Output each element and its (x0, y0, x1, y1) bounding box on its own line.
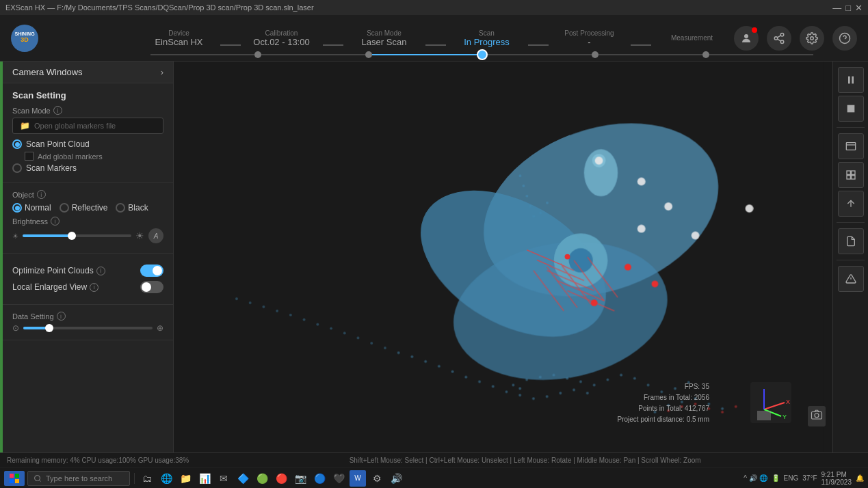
nav-step-measurement[interactable]: Measurement (651, 34, 733, 42)
svg-point-46 (505, 390, 508, 393)
scan-point-cloud-radio[interactable] (12, 139, 22, 149)
open-markers-btn[interactable]: 📁 Open global markers file (12, 118, 163, 134)
coord-indicator: X Y (750, 382, 791, 425)
stop-btn[interactable] (838, 96, 864, 122)
taskbar-icon-1[interactable]: 🗂 (139, 470, 155, 487)
object-info-icon[interactable]: i (37, 190, 46, 199)
controls-hint: Shift+Left Mouse: Select | Ctrl+Left Mou… (350, 457, 701, 464)
titlebar-controls[interactable]: — □ ✕ (832, 3, 863, 13)
svg-point-84 (356, 336, 359, 339)
taskbar-icon-13[interactable]: 🔊 (388, 470, 404, 487)
transform-btn[interactable] (838, 191, 864, 217)
scan-canvas (174, 62, 832, 452)
taskbar-icon-4[interactable]: 📊 (196, 470, 213, 487)
svg-point-90 (276, 310, 278, 312)
viewport[interactable]: Scanning (174, 62, 832, 452)
taskbar-exscan[interactable]: W (350, 470, 366, 487)
object-section: Object i Normal Reflective Black (3, 183, 173, 254)
normal-option[interactable]: Normal (12, 203, 51, 213)
settings-btn[interactable] (800, 26, 824, 51)
data-thumb[interactable] (45, 324, 53, 332)
data-track[interactable] (23, 327, 153, 329)
search-box[interactable]: Type here to search (27, 471, 130, 486)
brightness-info-icon[interactable]: i (51, 217, 60, 226)
local-enlarged-info-icon[interactable]: i (90, 283, 98, 292)
nav-steps: Device EinScan HX Calibration Oct.02 - 1… (137, 29, 734, 47)
add-global-markers-checkbox[interactable] (25, 152, 34, 161)
nav-step-device[interactable]: Device EinScan HX (138, 29, 220, 47)
start-btn[interactable] (4, 471, 25, 486)
svg-point-4 (780, 33, 784, 36)
svg-point-81 (735, 405, 737, 408)
close-btn[interactable]: ✕ (855, 3, 863, 13)
camera-windows-toggle[interactable]: Camera Windows › (3, 62, 173, 83)
brightness-label: Brightness i (12, 217, 163, 226)
scan-setting-section: Scan Setting Scan Mode i 📁 Open global m… (3, 83, 173, 183)
brightness-thumb[interactable] (68, 232, 76, 240)
warning-btn[interactable] (838, 266, 864, 292)
taskbar-icon-3[interactable]: 📁 (177, 470, 194, 487)
black-radio[interactable] (116, 203, 125, 213)
optimize-toggle[interactable] (140, 265, 163, 277)
svg-point-98 (518, 175, 521, 178)
minimize-btn[interactable]: — (832, 3, 841, 13)
nav-step-calibration[interactable]: Calibration Oct.02 - 13:00 (241, 29, 323, 47)
normal-radio[interactable] (12, 203, 22, 213)
svg-point-86 (330, 327, 332, 330)
taskbar-icon-11[interactable]: 🖤 (330, 470, 347, 487)
scan-point-cloud-option[interactable]: Scan Point Cloud (12, 139, 163, 149)
reflective-option[interactable]: Reflective (60, 203, 108, 213)
profile-btn[interactable] (734, 26, 759, 51)
svg-text:SHINING: SHINING (14, 31, 35, 36)
screenshot-btn[interactable] (808, 406, 826, 426)
taskbar-icon-9[interactable]: 📷 (292, 470, 308, 487)
taskbar-icon-6[interactable]: 🔷 (235, 470, 251, 487)
svg-point-53 (606, 379, 609, 381)
svg-point-9 (811, 36, 814, 40)
sidebar: Camera Windows › Scan Setting Scan Mode … (3, 62, 174, 452)
taskbar: Type here to search 🗂 🌐 📁 📊 ✉ 🔷 🟢 🔴 📷 🔵 … (0, 467, 868, 488)
nav-step-postprocessing[interactable]: Post Processing - (549, 29, 631, 47)
svg-point-65 (532, 397, 535, 400)
svg-rect-110 (848, 77, 850, 84)
svg-point-62 (410, 355, 413, 358)
help-btn[interactable] (832, 26, 857, 51)
reflective-radio[interactable] (60, 203, 69, 213)
share-btn[interactable] (767, 26, 791, 51)
document-btn[interactable] (838, 228, 864, 254)
add-global-markers-option[interactable]: Add global markers (25, 152, 163, 161)
taskbar-icon-12[interactable]: ⚙ (369, 470, 385, 487)
nav-step-scanmode[interactable]: Scan Mode Laser Scan (343, 29, 425, 47)
brightness-high-icon: ☀ (135, 230, 144, 241)
brightness-track[interactable] (23, 234, 131, 237)
chevron-right-icon: › (161, 67, 163, 77)
titlebar-title: EXScan HX — F:/My Documents/TPS Scans/DQ… (5, 3, 314, 12)
points-stat: Points in Total: 412,767 (617, 403, 709, 414)
local-enlarged-toggle[interactable] (140, 281, 163, 293)
taskbar-icon-5[interactable]: ✉ (215, 470, 232, 487)
lang-indicator: ENG (784, 474, 799, 482)
data-setting-info-icon[interactable]: i (57, 312, 66, 321)
svg-rect-113 (846, 143, 855, 150)
scan-markers-option[interactable]: Scan Markers (12, 163, 163, 173)
memory-status: Remaining memory: 4% CPU usage:100% GPU … (7, 457, 189, 464)
black-option[interactable]: Black (116, 203, 148, 213)
svg-point-32 (664, 202, 672, 211)
nav-step-scan[interactable]: Scan In Progress (446, 29, 528, 47)
taskbar-icon-2[interactable]: 🌐 (158, 470, 174, 487)
optimize-info-icon[interactable]: i (96, 267, 105, 275)
system-tray: ^ 🔊 🌐 🔋 ENG 37°F 9:21 PM 11/9/2023 🔔 (744, 471, 864, 486)
scene-btn[interactable] (838, 162, 864, 188)
svg-point-99 (539, 212, 542, 215)
brightness-auto-btn[interactable]: A (148, 228, 163, 243)
taskbar-icon-7[interactable]: 🟢 (254, 470, 270, 487)
taskbar-icon-8[interactable]: 🔴 (273, 470, 289, 487)
taskbar-icon-10[interactable]: 🔵 (311, 470, 328, 487)
scan-markers-radio[interactable] (12, 163, 22, 173)
maximize-btn[interactable]: □ (845, 3, 851, 13)
notification-icon[interactable]: 🔔 (856, 474, 864, 482)
pause-btn[interactable] (838, 67, 864, 93)
scan-view-btn[interactable] (838, 133, 864, 159)
optimize-section: Optimize Point Clouds i Local Enlarged V… (3, 254, 173, 305)
scan-mode-info-icon[interactable]: i (53, 106, 62, 115)
